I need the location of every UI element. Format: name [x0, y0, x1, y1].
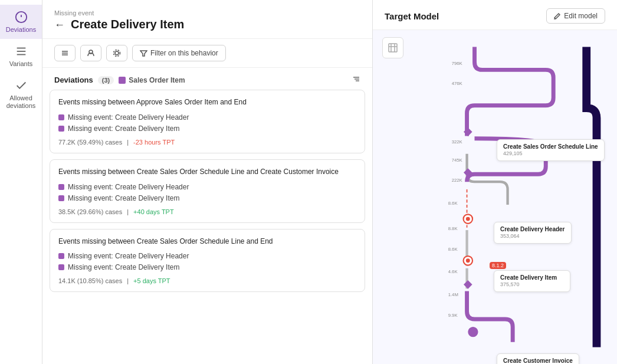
card1-title: Events missing between Approve Sales Ord… [58, 97, 356, 107]
missing-dot-icon [58, 126, 64, 132]
svg-point-37 [466, 258, 470, 263]
deviations-title: Deviations (3) Sales Order Item [54, 76, 185, 84]
right-panel-header: Target Model Edit model [373, 0, 617, 30]
edit-model-label: Edit model [564, 12, 598, 20]
svg-text:222K: 222K [452, 178, 463, 183]
svg-point-11 [114, 50, 120, 57]
svg-rect-33 [464, 280, 472, 289]
model-canvas: 796K 476K 322K 745K 222K 8.6K 8.8K 8.6K … [373, 30, 617, 364]
edit-model-button[interactable]: Edit model [546, 8, 605, 24]
user-view-button[interactable] [80, 45, 101, 61]
card1-missing-label-2: Missing event: Create Delivery Item [68, 124, 179, 133]
svg-text:476K: 476K [452, 81, 463, 86]
deviation-card-2[interactable]: Events missing between Create Sales Orde… [50, 159, 365, 223]
sidebar-deviations-label: Deviations [6, 26, 36, 33]
sidebar-item-deviations[interactable]: Deviations [0, 5, 42, 39]
node-create-delivery-header: Create Delivery Header 353,064 [494, 222, 572, 244]
sidebar-item-variants[interactable]: Variants [0, 39, 42, 73]
card2-missing-label-1: Missing event: Create Delivery Header [68, 183, 189, 191]
svg-text:4.6K: 4.6K [448, 269, 458, 274]
node-label-delivery-item: Create Delivery Item [500, 274, 564, 281]
missing-event-label: Missing event [54, 9, 360, 17]
svg-text:8.6K: 8.6K [448, 201, 458, 206]
sidebar-item-allowed-deviations[interactable]: Allowed deviations [0, 73, 42, 116]
node-create-delivery-item: Create Delivery Item 375,570 [494, 270, 570, 292]
node-sub-delivery-header: 353,064 [500, 233, 565, 240]
card3-missing-2: Missing event: Create Delivery Item [58, 263, 356, 271]
card3-stats: 14.1K (10.85%) cases | +5 days TPT [58, 277, 356, 284]
node-label-sales-order: Create Sales Order Schedule Line [503, 143, 598, 150]
card2-cases: 38.5K (29.66%) cases [58, 208, 122, 215]
filter-tag-label: Sales Order Item [129, 76, 185, 84]
card2-stats: 38.5K (29.66%) cases | +40 days TPT [58, 208, 356, 215]
missing-dot-icon [58, 253, 64, 259]
flow-diagram: 796K 476K 322K 745K 222K 8.6K 8.8K 8.6K … [373, 30, 617, 364]
main-panel: Missing event ← Create Delivery Item [42, 0, 373, 364]
target-model-title: Target Model [385, 11, 439, 21]
deviation-card-3[interactable]: Events missing between Create Sales Orde… [50, 229, 365, 293]
card1-cases: 77.2K (59.49%) cases [58, 139, 122, 146]
filter-behavior-button[interactable]: Filter on this behavior [132, 45, 226, 61]
svg-text:796K: 796K [452, 61, 463, 66]
node-create-sales-order: Create Sales Order Schedule Line 429,105 [497, 139, 605, 161]
page-title: Create Delivery Item [71, 18, 184, 31]
card2-tpt: +40 days TPT [133, 208, 174, 215]
svg-text:8.8K: 8.8K [448, 226, 458, 231]
deviations-header: Deviations (3) Sales Order Item [42, 68, 372, 90]
node-label-delivery-header: Create Delivery Header [500, 225, 565, 233]
card1-stats: 77.2K (59.49%) cases | -23 hours TPT [58, 139, 356, 146]
card1-missing-label-1: Missing event: Create Delivery Header [68, 113, 189, 122]
card2-missing-1: Missing event: Create Delivery Header [58, 183, 356, 191]
card3-tpt: +5 days TPT [133, 277, 170, 284]
node-create-customer-invoice: Create Customer Invoice 212,333 [497, 353, 579, 364]
badge-between-nodes: 8.1.2 [490, 262, 506, 269]
svg-text:322K: 322K [452, 139, 463, 145]
svg-point-38 [468, 327, 478, 337]
settings-view-button[interactable] [106, 45, 127, 61]
back-button[interactable]: ← [54, 19, 65, 30]
svg-point-10 [115, 51, 119, 55]
card3-missing-label-2: Missing event: Create Delivery Item [68, 263, 179, 271]
card3-missing-label-1: Missing event: Create Delivery Header [68, 252, 189, 260]
sidebar-allowed-label: Allowed deviations [0, 94, 42, 110]
card1-missing-1: Missing event: Create Delivery Header [58, 113, 356, 122]
deviations-label: Deviations [54, 76, 93, 84]
deviations-count: (3) [98, 76, 114, 84]
node-sub-delivery-item: 375,570 [500, 281, 564, 288]
panel-header: Missing event ← Create Delivery Item [42, 0, 372, 39]
missing-dot-icon [58, 184, 64, 190]
node-sub-sales-order: 429,105 [503, 150, 598, 158]
toolbar: Filter on this behavior [42, 39, 372, 68]
deviations-list: Events missing between Approve Sales Ord… [42, 90, 372, 364]
filter-label: Filter on this behavior [150, 49, 218, 57]
svg-text:745K: 745K [452, 158, 463, 163]
card3-title: Events missing between Create Sales Orde… [58, 237, 356, 247]
svg-marker-12 [140, 51, 147, 56]
svg-point-35 [466, 217, 470, 221]
card3-cases: 14.1K (10.85%) cases [58, 277, 122, 284]
card2-missing-2: Missing event: Create Delivery Item [58, 194, 356, 202]
list-view-button[interactable] [54, 45, 76, 61]
card1-tpt: -23 hours TPT [133, 139, 175, 146]
card3-missing-1: Missing event: Create Delivery Header [58, 252, 356, 260]
node-label-customer-invoice: Create Customer Invoice [503, 357, 573, 364]
svg-text:9.9K: 9.9K [448, 313, 458, 318]
missing-dot-icon [58, 114, 64, 120]
card2-missing-label-2: Missing event: Create Delivery Item [68, 194, 179, 202]
header-row: ← Create Delivery Item [54, 18, 360, 31]
deviation-card-1[interactable]: Events missing between Approve Sales Ord… [50, 90, 365, 153]
sort-button[interactable] [352, 75, 360, 85]
svg-text:8.6K: 8.6K [448, 247, 458, 252]
card2-title: Events missing between Create Sales Orde… [58, 167, 356, 177]
purple-dot-icon [119, 77, 126, 84]
right-panel: Target Model Edit model [373, 0, 617, 364]
missing-dot-icon [58, 195, 64, 201]
sidebar-variants-label: Variants [9, 60, 33, 67]
filter-tag: Sales Order Item [119, 76, 185, 84]
svg-text:1.4M: 1.4M [448, 292, 458, 297]
missing-dot-icon [58, 264, 64, 270]
card1-missing-2: Missing event: Create Delivery Item [58, 124, 356, 133]
sidebar: Deviations Variants Allowed deviations [0, 0, 42, 364]
